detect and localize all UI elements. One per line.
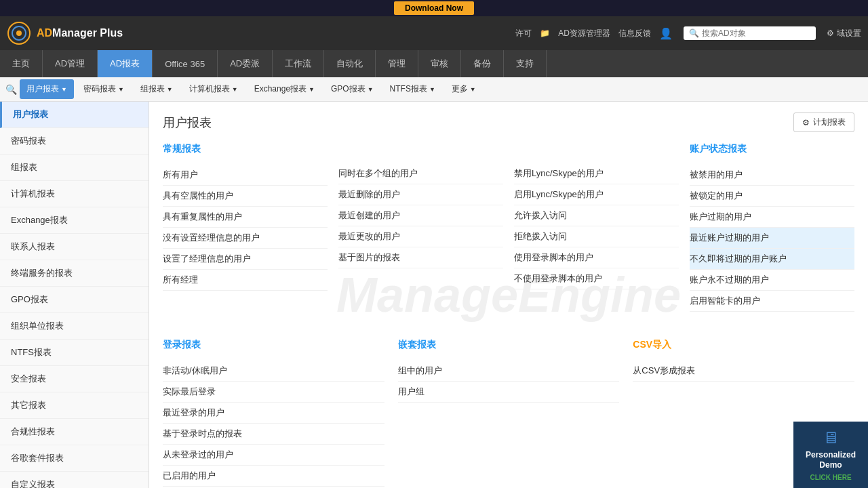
sub-nav-search-icon[interactable]: 🔍 xyxy=(5,84,17,95)
main-content: ManageEngine 用户报表 ⚙ 计划报表 常规报表 所有用户具有空属性的… xyxy=(149,102,868,488)
logo-area: ADManager Plus xyxy=(7,21,123,45)
sidebar-item-computer-reports[interactable]: 计算机报表 xyxy=(0,181,149,207)
nav-item-ad-reports[interactable]: AD报表 xyxy=(98,50,153,77)
nav-item-ad-delegate[interactable]: AD委派 xyxy=(218,50,273,77)
schedule-button[interactable]: ⚙ 计划报表 xyxy=(793,113,854,132)
sidebar-item-group-reports[interactable]: 组报表 xyxy=(0,155,149,181)
nav-item-manage[interactable]: 管理 xyxy=(376,50,418,77)
report-item[interactable]: 启用智能卡的用户 xyxy=(690,291,854,312)
sidebar-item-other-reports[interactable]: 其它报表 xyxy=(0,392,149,419)
regular-reports-title: 常规报表 xyxy=(163,143,328,158)
nav-item-workflow[interactable]: 工作流 xyxy=(273,50,324,77)
chevron-down-icon: ▼ xyxy=(309,86,315,93)
sub-nav-user-reports[interactable]: 用户报表 ▼ xyxy=(20,79,74,99)
demo-link[interactable]: CLICK HERE xyxy=(800,474,861,481)
report-item[interactable]: 基于登录时点的报表 xyxy=(163,424,384,445)
report-item[interactable]: 没有设置经理信息的用户 xyxy=(163,228,328,249)
report-item[interactable]: 账户永不过期的用户 xyxy=(690,270,854,291)
nested-reports-section: 嵌套报表 组中的用户用户组 xyxy=(398,339,620,487)
sidebar-item-ntfs-reports[interactable]: NTFS报表 xyxy=(0,340,149,366)
report-item[interactable]: 组中的用户 xyxy=(398,361,620,382)
layout: 用户报表密码报表组报表计算机报表Exchange报表联系人报表终端服务的报表GP… xyxy=(0,102,868,488)
nav-item-automation[interactable]: 自动化 xyxy=(324,50,376,77)
sidebar-item-custom-reports[interactable]: 自定义报表 xyxy=(0,472,149,488)
settings-button[interactable]: ⚙ 域设置 xyxy=(827,28,861,39)
sidebar-item-exchange-reports[interactable]: Exchange报表 xyxy=(0,207,149,234)
nav-item-office365[interactable]: Office 365 xyxy=(153,50,218,77)
nav-item-ad-mgmt[interactable]: AD管理 xyxy=(43,50,98,77)
sub-nav-more[interactable]: 更多 ▼ xyxy=(445,79,483,99)
header-links: 许可 📁 AD资源管理器 信息反馈 👤 xyxy=(515,27,673,40)
report-item[interactable]: 从CSV形成报表 xyxy=(633,361,854,382)
chevron-down-icon: ▼ xyxy=(61,86,67,93)
sidebar-item-user-reports[interactable]: 用户报表 xyxy=(0,102,149,128)
header: ADManager Plus 许可 📁 AD资源管理器 信息反馈 👤 🔍 ⚙ 域… xyxy=(0,16,868,50)
report-item[interactable]: 从未登录过的用户 xyxy=(163,445,384,466)
main-nav: 主页AD管理AD报表Office 365AD委派工作流自动化管理审核备份支持 xyxy=(0,50,868,77)
sidebar-item-gpo-reports[interactable]: GPO报表 xyxy=(0,287,149,313)
report-item[interactable]: 拒绝拨入访问 xyxy=(514,226,679,247)
report-item[interactable]: 实际最后登录 xyxy=(163,382,384,403)
sub-nav: 🔍用户报表 ▼密码报表 ▼组报表 ▼计算机报表 ▼Exchange报表 ▼GPO… xyxy=(0,77,868,102)
sidebar-item-security-reports[interactable]: 安全报表 xyxy=(0,366,149,392)
sub-nav-ntfs-reports[interactable]: NTFS报表 ▼ xyxy=(383,79,442,99)
sidebar-item-org-unit-reports[interactable]: 组织单位报表 xyxy=(0,313,149,340)
modified-reports-section: - 同时在多个组的用户最近删除的用户最近创建的用户最近更改的用户基于图片的报表 xyxy=(338,143,503,312)
report-item[interactable]: 不使用登录脚本的用户 xyxy=(514,268,679,289)
search-icon: 🔍 xyxy=(689,28,699,38)
report-item[interactable]: 被锁定的用户 xyxy=(690,186,854,207)
report-item[interactable]: 具有重复属性的用户 xyxy=(163,207,328,228)
report-item[interactable]: 最近登录的用户 xyxy=(163,403,384,424)
logo-icon xyxy=(7,21,31,45)
search-box: 🔍 xyxy=(684,26,816,40)
license-link[interactable]: 许可 xyxy=(515,28,532,39)
sidebar-item-terminal-reports[interactable]: 终端服务的报表 xyxy=(0,260,149,287)
report-item[interactable]: 具有空属性的用户 xyxy=(163,186,328,207)
nav-item-support[interactable]: 支持 xyxy=(504,50,547,77)
report-item[interactable]: 不久即将过期的用户账户 xyxy=(690,249,854,270)
demo-title: Personalized Demo xyxy=(800,450,861,471)
report-item[interactable]: 所有经理 xyxy=(163,270,328,291)
report-item[interactable]: 使用登录脚本的用户 xyxy=(514,247,679,268)
logo-text: ADManager Plus xyxy=(37,27,123,39)
chevron-down-icon: ▼ xyxy=(232,86,238,93)
report-item[interactable]: 最近创建的用户 xyxy=(338,205,503,226)
sub-nav-group-reports[interactable]: 组报表 ▼ xyxy=(134,79,180,99)
sub-nav-password-reports[interactable]: 密码报表 ▼ xyxy=(77,79,131,99)
report-item[interactable]: 用户组 xyxy=(398,382,620,403)
report-item[interactable]: 非活动/休眠用户 xyxy=(163,361,384,382)
report-item[interactable]: 被禁用的用户 xyxy=(690,165,854,186)
regular-reports-section: 常规报表 所有用户具有空属性的用户具有重复属性的用户没有设置经理信息的用户设置了… xyxy=(163,143,328,312)
report-item[interactable]: 最近更改的用户 xyxy=(338,226,503,247)
sub-nav-gpo-reports[interactable]: GPO报表 ▼ xyxy=(324,79,380,99)
bottom-sections: 登录报表 非活动/休眠用户实际最后登录最近登录的用户基于登录时点的报表从未登录过… xyxy=(163,339,854,488)
nav-item-backup[interactable]: 备份 xyxy=(461,50,504,77)
sidebar-item-password-reports[interactable]: 密码报表 xyxy=(0,128,149,155)
nav-item-audit[interactable]: 审核 xyxy=(418,50,461,77)
report-item[interactable]: 最近账户过期的用户 xyxy=(690,228,854,249)
report-item[interactable]: 所有用户 xyxy=(163,165,328,186)
report-item[interactable]: 禁用Lync/Skype的用户 xyxy=(514,163,679,184)
report-item[interactable]: 账户过期的用户 xyxy=(690,207,854,228)
search-input[interactable] xyxy=(702,28,810,38)
report-item[interactable]: 启用Lync/Skype的用户 xyxy=(514,184,679,205)
download-button[interactable]: Download Now xyxy=(394,1,474,15)
report-item[interactable]: 基于图片的报表 xyxy=(338,247,503,268)
sub-nav-exchange-reports[interactable]: Exchange报表 ▼ xyxy=(248,79,321,99)
ad-resource-link[interactable]: AD资源管理器 xyxy=(558,28,610,39)
report-item[interactable]: 最近删除的用户 xyxy=(338,184,503,205)
demo-widget[interactable]: 🖥 Personalized Demo CLICK HERE xyxy=(793,422,868,488)
feedback-link[interactable]: 信息反馈 xyxy=(618,28,651,39)
report-item[interactable]: 设置了经理信息的用户 xyxy=(163,249,328,270)
sub-nav-computer-reports[interactable]: 计算机报表 ▼ xyxy=(182,79,245,99)
sidebar-item-google-suite-reports[interactable]: 谷歌套件报表 xyxy=(0,445,149,472)
schedule-icon: ⚙ xyxy=(802,118,810,127)
report-item[interactable]: 已启用的用户 xyxy=(163,466,384,487)
report-item[interactable]: 允许拨入访问 xyxy=(514,205,679,226)
login-reports-title: 登录报表 xyxy=(163,339,384,354)
nav-item-home[interactable]: 主页 xyxy=(0,50,43,77)
chevron-down-icon: ▼ xyxy=(368,86,374,93)
report-item[interactable]: 同时在多个组的用户 xyxy=(338,163,503,184)
sidebar-item-compliance-reports[interactable]: 合规性报表 xyxy=(0,419,149,445)
sidebar-item-contact-reports[interactable]: 联系人报表 xyxy=(0,234,149,260)
